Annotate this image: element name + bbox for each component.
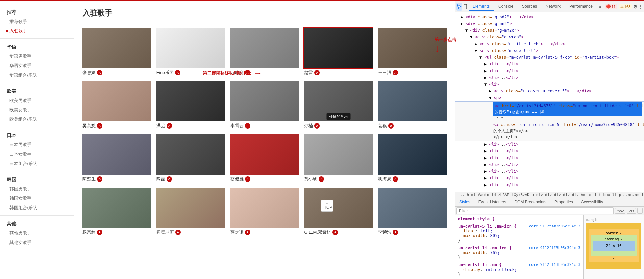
artist-card[interactable]: 黄小琥A	[304, 134, 373, 182]
css-source[interactable]: core_9112ff#3b05c394c:3	[529, 224, 580, 228]
artist-card[interactable]: 孙楠的音乐孙楠A	[304, 81, 373, 129]
tab-console[interactable]: Console	[494, 3, 517, 11]
dom-line[interactable]: ▼ <li>	[455, 81, 644, 88]
dom-line[interactable]: ▶ <div class="g-sd2">...</div>	[455, 13, 644, 20]
artist-card[interactable]: 老狼A	[378, 81, 447, 129]
sidebar-item[interactable]: 欧美男歌手	[0, 96, 74, 105]
dom-end-tags: </p> </li>	[493, 134, 642, 140]
sidebar-item[interactable]: 其他女歌手	[0, 238, 74, 247]
breadcrumb-bar: ... html #auto-id-zbAARqLXyx8zvDno div d…	[455, 192, 644, 198]
sidebar-section-title: 欧美	[0, 86, 74, 96]
padding-label: padding -	[604, 237, 623, 241]
dom-line[interactable]: ▶ <div class="g-mn2">	[455, 20, 644, 27]
dom-line[interactable]: <a href="/artist?id=6731" class="nm nm-i…	[455, 101, 644, 141]
devtools-panel: Elements Console Sources Network Perform…	[455, 1, 644, 279]
artist-card[interactable]: 张惠妹A	[82, 28, 151, 76]
sidebar-item[interactable]: 推荐歌手	[0, 17, 74, 26]
dom-line[interactable]: ▶ <li>...</li>	[455, 141, 644, 148]
styles-content: element.style {core_9112ff#3b05c394c:3.m…	[455, 215, 644, 279]
sidebar-item[interactable]: 华语女歌手	[0, 61, 74, 71]
sidebar-item[interactable]: 欧美组合/乐队	[0, 115, 74, 124]
artist-badge: A	[175, 230, 181, 235]
tab-network[interactable]: Network	[542, 3, 565, 11]
tab-dom-breakpoints[interactable]: DOM Breakpoints	[510, 198, 550, 206]
artist-card[interactable]: 李荣浩A	[378, 188, 447, 235]
dom-line[interactable]: ▼ <p>	[455, 94, 644, 101]
artist-card[interactable]: G.E.M.邓紫棋A	[304, 188, 373, 235]
artist-card[interactable]: 阎璧老哥A	[156, 188, 225, 235]
dom-panel[interactable]: ▶ <div class="g-sd2">...</div>▶ <div cla…	[455, 12, 644, 192]
cursor-icon-btn[interactable]	[456, 3, 462, 11]
artist-card[interactable]: 李霄云A	[230, 81, 299, 129]
dom-line[interactable]: ▶ <div class="u-cover u-cover-5">...</di…	[455, 88, 644, 94]
css-property: float: left;	[458, 229, 580, 233]
css-source[interactable]: core_9112ff#3b05c394c:3	[529, 262, 580, 267]
sidebar-item[interactable]: 华语组合/乐队	[0, 71, 74, 80]
dom-line[interactable]: ▶ <li>...</li>	[455, 155, 644, 161]
styles-tabs: Styles Event Listeners DOM Breakpoints P…	[455, 198, 644, 207]
dom-line[interactable]: ▶ <li>...</li>	[455, 182, 644, 188]
sidebar-item[interactable]: 韩国女歌手	[0, 194, 74, 203]
artist-badge: A	[393, 230, 398, 235]
artist-name-row: 陈楚生A	[82, 176, 102, 182]
artist-card[interactable]: 赵雷A	[304, 28, 373, 76]
tab-properties[interactable]: Properties	[550, 198, 577, 206]
margin-label: margin	[586, 218, 641, 222]
dom-line[interactable]: ▶ <li>...</li>	[455, 61, 644, 67]
filter-plus[interactable]: +	[637, 208, 643, 214]
settings-btn[interactable]: ⚙	[633, 3, 638, 11]
artist-name: 孙楠	[304, 123, 313, 129]
devtools-body: ▶ <div class="g-sd2">...</div>▶ <div cla…	[455, 12, 644, 279]
artist-card[interactable]: 陶喆A	[156, 134, 225, 182]
tab-performance[interactable]: Performance	[565, 3, 597, 11]
sidebar-item[interactable]: 日本女歌手	[0, 149, 74, 159]
artist-card[interactable]: 吴莫愁A	[82, 81, 151, 129]
sidebar-item[interactable]: 其他男歌手	[0, 228, 74, 238]
sidebar-item[interactable]: 日本组合/乐队	[0, 159, 74, 168]
sidebar-item[interactable]: 韩国组合/乐队	[0, 203, 74, 213]
artist-card[interactable]: 蔡健雅A	[230, 134, 299, 182]
dom-line[interactable]: ▶ <div class="u-title f-cb">...</div>	[455, 40, 644, 47]
svg-point-1	[465, 8, 466, 8]
warn-badge: ⚠ 163	[619, 4, 632, 9]
dom-line[interactable]: ▼ <div class="m-sgerlist">	[455, 47, 644, 54]
filter-input[interactable]	[456, 207, 614, 214]
filter-hov[interactable]: :hov	[615, 208, 625, 214]
css-rule: core_9112ff#3b05c394c:3.m-cvrlst-5 li .n…	[458, 224, 580, 243]
dom-line[interactable]: ▶ <li>...</li>	[455, 161, 644, 168]
css-property: max-width: 80%;	[458, 233, 580, 238]
dom-line[interactable]: ▶ <li>...</li>	[455, 168, 644, 175]
artist-name: 陶喆	[156, 176, 165, 182]
dom-line[interactable]: ▶ <li>...</li>	[455, 74, 644, 81]
sidebar-divider	[0, 38, 74, 39]
artist-card[interactable]: 薛之谦A	[230, 188, 299, 235]
tab-accessibility[interactable]: Accessibility	[577, 198, 607, 206]
css-source[interactable]: core_9112ff#3b05c394c:3	[529, 246, 580, 250]
sidebar-item[interactable]: 华语男歌手	[0, 52, 74, 61]
more-tabs-btn[interactable]: »	[597, 4, 603, 9]
artist-card[interactable]: 胡海泉A	[378, 134, 447, 182]
dom-line[interactable]: ▶ <li>...</li>	[455, 67, 644, 74]
sidebar-item[interactable]: 入驻歌手	[0, 26, 74, 36]
tab-elements[interactable]: Elements	[469, 3, 494, 11]
top-button[interactable]: ▲ TOP	[321, 200, 333, 212]
artist-card[interactable]: 洪启A	[156, 81, 225, 129]
tab-styles[interactable]: Styles	[455, 198, 474, 206]
dom-line[interactable]: ▼ <div class="g-wrap">	[455, 34, 644, 40]
artist-card[interactable]: 陈楚生A	[82, 134, 151, 182]
tab-sources[interactable]: Sources	[518, 3, 541, 11]
artist-card[interactable]: 杨宗纬A	[82, 188, 151, 235]
filter-cls[interactable]: .cls	[627, 208, 636, 214]
sidebar-item[interactable]: 日本男歌手	[0, 140, 74, 149]
mobile-icon-btn[interactable]	[463, 3, 468, 11]
sidebar-section-title: 韩国	[0, 174, 74, 184]
dom-line[interactable]: ▼ <ul class="m-cvrlst m-cvrlst-5 f-cb" i…	[455, 54, 644, 61]
dom-line[interactable]: ▶ <li>...</li>	[455, 148, 644, 155]
sidebar-item[interactable]: 欧美女歌手	[0, 105, 74, 115]
dom-line[interactable]: ▼ <div class="g-mn2c">	[455, 27, 644, 34]
artist-image	[378, 188, 447, 228]
more-options-btn[interactable]: ⋮	[638, 3, 643, 11]
dom-line[interactable]: ▶ <li>...</li>	[455, 175, 644, 182]
sidebar-item[interactable]: 韩国男歌手	[0, 184, 74, 194]
tab-event-listeners[interactable]: Event Listeners	[474, 198, 511, 206]
